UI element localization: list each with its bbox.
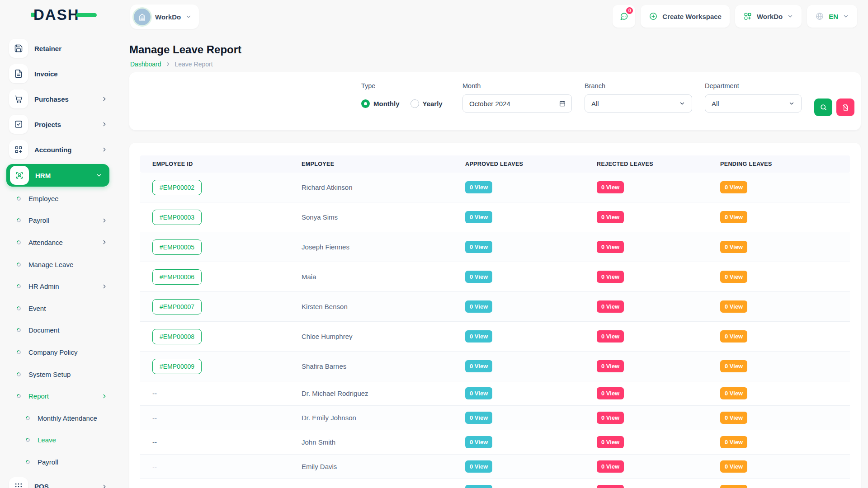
branch-value: All — [591, 100, 599, 108]
pending-leaves-badge[interactable]: 0 View — [720, 460, 747, 473]
employee-id-button[interactable]: #EMP00008 — [152, 329, 202, 344]
pending-leaves-badge[interactable]: 0 View — [720, 412, 747, 424]
approved-leaves-badge[interactable]: 0 View — [465, 181, 492, 193]
sidebar-item-company-policy[interactable]: Company Policy — [0, 341, 118, 363]
sidebar-subitem-label: Report — [28, 392, 49, 400]
sidebar-subitem-label: Attendance — [28, 239, 63, 246]
pending-leaves-badge[interactable]: 0 View — [720, 241, 747, 253]
rejected-leaves-badge[interactable]: 0 View — [597, 211, 624, 223]
sidebar-subitem-label: HR Admin — [28, 282, 59, 290]
approved-leaves-badge[interactable]: 0 View — [465, 300, 492, 313]
main-content: Manage Leave Report Dashboard Leave Repo… — [129, 33, 861, 488]
workdo-menu-button[interactable]: WorkDo — [735, 5, 802, 28]
sidebar-item-event[interactable]: Event — [0, 297, 118, 319]
employee-id-button[interactable]: #EMP00009 — [152, 359, 202, 374]
rejected-leaves-badge[interactable]: 0 View — [597, 300, 624, 313]
employee-id-button[interactable]: #EMP00007 — [152, 299, 202, 314]
table-row: -- James Brown 0 View 0 View 0 View — [140, 479, 850, 488]
sidebar-item-payroll[interactable]: Payroll — [0, 451, 118, 473]
rejected-leaves-badge[interactable]: 0 View — [597, 387, 624, 399]
department-value: All — [712, 100, 719, 108]
approved-leaves-badge[interactable]: 0 View — [465, 460, 492, 473]
rejected-leaves-badge[interactable]: 0 View — [597, 330, 624, 343]
employee-id-button[interactable]: #EMP00006 — [152, 269, 202, 285]
approved-leaves-badge[interactable]: 0 View — [465, 330, 492, 343]
sidebar-item-payroll[interactable]: Payroll — [0, 210, 118, 232]
rejected-leaves-badge[interactable]: 0 View — [597, 412, 624, 424]
rejected-leaves-badge[interactable]: 0 View — [597, 360, 624, 372]
sidebar-item-label: Invoice — [34, 70, 58, 78]
column-header-pending-leaves: PENDING LEAVES — [708, 161, 850, 167]
pending-leaves-badge[interactable]: 0 View — [720, 181, 747, 193]
messages-button[interactable]: 0 — [613, 5, 635, 28]
approved-leaves-badge[interactable]: 0 View — [465, 360, 492, 372]
approved-leaves-badge[interactable]: 0 View — [465, 271, 492, 283]
approved-leaves-badge[interactable]: 0 View — [465, 412, 492, 424]
approved-leaves-badge[interactable]: 0 View — [465, 387, 492, 399]
type-radio-yearly[interactable]: Yearly — [410, 99, 443, 108]
branch-label: Branch — [585, 82, 692, 89]
sidebar-item-accounting[interactable]: Accounting — [0, 137, 118, 162]
reset-button[interactable] — [836, 99, 854, 116]
language-selector[interactable]: EN — [807, 5, 857, 28]
sidebar-item-hr-admin[interactable]: HR Admin — [0, 275, 118, 297]
sidebar-item-document[interactable]: Document — [0, 319, 118, 342]
chevron-right-icon — [101, 121, 108, 127]
pending-leaves-badge[interactable]: 0 View — [720, 330, 747, 343]
rejected-leaves-badge[interactable]: 0 View — [597, 485, 624, 488]
logo-text: DASH — [33, 7, 80, 22]
sidebar-item-hrm[interactable]: HRM — [6, 164, 109, 187]
sidebar-item-projects[interactable]: Projects — [0, 112, 118, 137]
employee-id-button[interactable]: #EMP00005 — [152, 239, 202, 255]
employee-name: John Smith — [302, 438, 335, 446]
employee-id-button[interactable]: #EMP00002 — [152, 180, 202, 195]
pending-leaves-badge[interactable]: 0 View — [720, 360, 747, 372]
page-title: Manage Leave Report — [129, 43, 241, 56]
approved-leaves-badge[interactable]: 0 View — [465, 211, 492, 223]
employee-id-empty: -- — [152, 438, 157, 446]
sidebar-item-system-setup[interactable]: System Setup — [0, 363, 118, 385]
sidebar-item-leave[interactable]: Leave — [0, 429, 118, 451]
department-select[interactable]: All — [705, 94, 802, 113]
pending-leaves-badge[interactable]: 0 View — [720, 387, 747, 399]
rejected-leaves-badge[interactable]: 0 View — [597, 436, 624, 448]
sidebar-item-attendance[interactable]: Attendance — [0, 231, 118, 253]
pending-leaves-badge[interactable]: 0 View — [720, 300, 747, 313]
sidebar-item-monthly-attendance[interactable]: Monthly Attendance — [0, 407, 118, 429]
sidebar-item-employee[interactable]: Employee — [0, 188, 118, 210]
sidebar-item-label: Accounting — [34, 146, 72, 154]
employee-name: Joseph Fiennes — [302, 243, 349, 251]
rejected-leaves-badge[interactable]: 0 View — [597, 241, 624, 253]
branch-select[interactable]: All — [585, 94, 692, 113]
type-radio-monthly[interactable]: Monthly — [361, 99, 400, 108]
approved-leaves-badge[interactable]: 0 View — [465, 485, 492, 488]
sidebar-item-purchases[interactable]: Purchases — [0, 86, 118, 112]
employee-id-button[interactable]: #EMP00003 — [152, 210, 202, 225]
sidebar-item-report[interactable]: Report — [0, 385, 118, 407]
sidebar-item-retainer[interactable]: Retainer — [0, 36, 118, 61]
sidebar-item-pos[interactable]: POS — [0, 474, 118, 488]
rejected-leaves-badge[interactable]: 0 View — [597, 460, 624, 473]
top-header: DASH WorkDo 0 Create Workspace WorkDo EN — [0, 0, 868, 33]
create-workspace-button[interactable]: Create Workspace — [641, 5, 730, 28]
approved-leaves-badge[interactable]: 0 View — [465, 241, 492, 253]
leave-report-table: EMPLOYEE IDEMPLOYEEAPPROVED LEAVESREJECT… — [129, 143, 861, 488]
pending-leaves-badge[interactable]: 0 View — [720, 485, 747, 488]
chevron-right-icon — [101, 393, 108, 399]
approved-leaves-badge[interactable]: 0 View — [465, 436, 492, 448]
breadcrumb-dashboard-link[interactable]: Dashboard — [130, 61, 161, 68]
rejected-leaves-badge[interactable]: 0 View — [597, 271, 624, 283]
sidebar-item-label: Retainer — [34, 45, 61, 52]
dash-logo[interactable]: DASH — [31, 7, 97, 22]
employee-id-empty: -- — [152, 389, 157, 397]
sidebar-item-invoice[interactable]: Invoice — [0, 61, 118, 86]
workspace-selector[interactable]: WorkDo — [130, 5, 199, 29]
pending-leaves-badge[interactable]: 0 View — [720, 271, 747, 283]
search-button[interactable] — [814, 99, 832, 116]
table-row: #EMP00006 Maia 0 View 0 View 0 View — [140, 262, 850, 292]
month-input[interactable]: October 2024 — [462, 94, 572, 113]
rejected-leaves-badge[interactable]: 0 View — [597, 181, 624, 193]
sidebar-item-manage-leave[interactable]: Manage Leave — [0, 253, 118, 276]
pending-leaves-badge[interactable]: 0 View — [720, 436, 747, 448]
pending-leaves-badge[interactable]: 0 View — [720, 211, 747, 223]
